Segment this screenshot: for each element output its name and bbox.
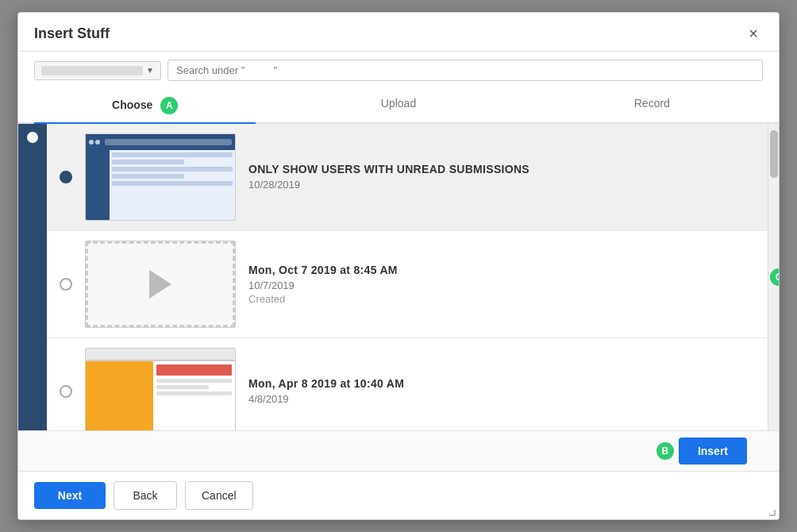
insert-button[interactable]: Insert [679,438,747,465]
toolbar: ▼ [18,52,779,89]
rail-radio-1 [27,132,38,143]
list-item[interactable]: Mon, Apr 8 2019 at 10:40 AM 4/8/2019 [47,338,768,430]
badge-b: B [656,442,674,460]
radio-button-1[interactable] [60,171,72,183]
thumb-corner-decoration [89,415,105,430]
items-list[interactable]: ONLY SHOW USERS WITH UNREAD SUBMISSIONS … [47,124,768,430]
source-dropdown[interactable]: ▼ [34,61,161,80]
item-title-2: Mon, Oct 7 2019 at 8:45 AM [248,264,755,276]
selection-rail [18,124,47,430]
search-input[interactable] [167,60,763,81]
close-button[interactable]: × [744,24,763,43]
tab-record[interactable]: Record [526,89,779,122]
resize-handle[interactable] [766,507,776,516]
scrollbar-thumb[interactable] [770,130,778,178]
item-date-1: 10/28/2019 [248,179,755,191]
insert-stuff-modal: Insert Stuff × ▼ Choose A Upload Record [17,12,780,520]
thumbnail-3 [85,348,236,430]
item-info-1: ONLY SHOW USERS WITH UNREAD SUBMISSIONS … [248,163,755,192]
item-info-3: Mon, Apr 8 2019 at 10:40 AM 4/8/2019 [248,377,755,407]
item-title-3: Mon, Apr 8 2019 at 10:40 AM [248,377,755,390]
modal-header: Insert Stuff × [18,13,779,52]
item-title-1: ONLY SHOW USERS WITH UNREAD SUBMISSIONS [248,163,755,175]
radio-button-3[interactable] [60,385,72,398]
video-placeholder [86,241,235,327]
cancel-button[interactable]: Cancel [185,481,253,510]
dropdown-text [41,66,143,75]
list-item[interactable]: Mon, Oct 7 2019 at 8:45 AM 10/7/2019 Cre… [47,231,768,338]
modal-overlay: Insert Stuff × ▼ Choose A Upload Record [0,0,797,532]
chevron-down-icon: ▼ [146,66,154,75]
item-created-2: Created [248,293,755,305]
tabs-bar: Choose A Upload Record [18,89,779,124]
badge-c: C [770,268,779,286]
play-icon [149,270,171,299]
back-button[interactable]: Back [114,481,177,510]
tab-choose[interactable]: Choose A [18,89,271,122]
radio-button-2[interactable] [60,278,72,291]
modal-title: Insert Stuff [34,25,110,42]
next-button[interactable]: Next [34,482,106,509]
thumbnail-2 [85,241,236,328]
content-area: ONLY SHOW USERS WITH UNREAD SUBMISSIONS … [18,124,779,430]
modal-footer: Next Back Cancel [18,471,779,519]
tab-upload[interactable]: Upload [271,89,525,122]
item-info-2: Mon, Oct 7 2019 at 8:45 AM 10/7/2019 Cre… [248,264,755,305]
resize-icon [769,510,776,516]
item-date-2: 10/7/2019 [248,279,755,291]
thumbnail-1 [85,133,236,221]
insert-bar: B Insert [18,430,779,471]
item-date-3: 4/8/2019 [248,393,755,405]
list-item[interactable]: ONLY SHOW USERS WITH UNREAD SUBMISSIONS … [47,124,768,231]
tab-choose-badge: A [160,97,178,114]
scrollbar[interactable]: C [768,124,779,430]
